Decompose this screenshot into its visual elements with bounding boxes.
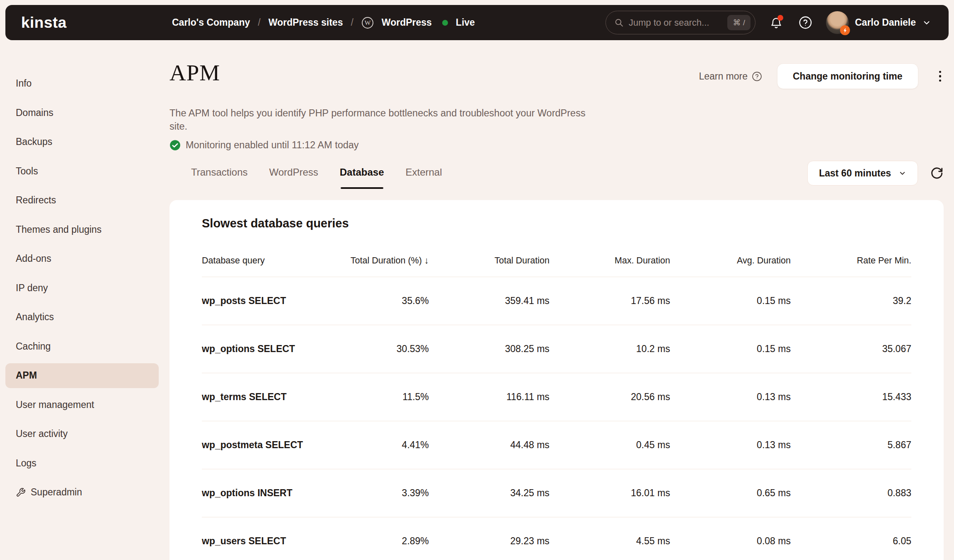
main-content: APM Learn more Change monitoring time Th…	[169, 40, 944, 560]
sidebar-item-backups[interactable]: Backups	[5, 130, 159, 154]
table-row[interactable]: wp_terms SELECT 11.5% 116.11 ms 20.56 ms…	[202, 373, 911, 421]
search-shortcut-chip: ⌘ /	[727, 15, 751, 30]
learn-more-link[interactable]: Learn more	[699, 71, 762, 82]
breadcrumb-site-name[interactable]: WordPress	[382, 17, 432, 28]
user-menu[interactable]: Carlo Daniele	[826, 11, 931, 34]
change-monitoring-time-button[interactable]: Change monitoring time	[777, 63, 918, 89]
search-input[interactable]	[629, 17, 722, 28]
breadcrumb-separator: /	[258, 17, 260, 28]
kinsta-dashboard: kinsta Carlo's Company / WordPress sites…	[0, 0, 954, 560]
column-avg-duration[interactable]: Avg. Duration	[670, 249, 791, 277]
lightning-icon	[843, 28, 848, 33]
column-database-query[interactable]: Database query	[202, 249, 329, 277]
breadcrumb: Carlo's Company / WordPress sites / W Wo…	[172, 17, 475, 29]
sidebar-item-themes-and-plugins[interactable]: Themes and plugins	[5, 217, 159, 242]
notifications-button[interactable]	[768, 14, 785, 31]
sidebar-item-user-management[interactable]: User management	[5, 392, 159, 417]
page-title: APM	[169, 60, 220, 86]
query-cell: wp_options SELECT	[202, 325, 329, 373]
breadcrumb-company[interactable]: Carlo's Company	[172, 17, 250, 28]
sort-desc-icon: ↓	[424, 255, 429, 266]
user-name: Carlo Daniele	[855, 17, 916, 28]
notification-dot	[777, 15, 783, 21]
sidebar-item-logs[interactable]: Logs	[5, 451, 159, 476]
sidebar-item-info[interactable]: Info	[5, 71, 159, 96]
sidebar-item-analytics[interactable]: Analytics	[5, 305, 159, 330]
refresh-icon	[930, 166, 944, 180]
help-button[interactable]	[797, 14, 814, 31]
tab-database[interactable]: Database	[340, 167, 384, 180]
breadcrumb-wordpress-sites[interactable]: WordPress sites	[269, 17, 343, 28]
sidebar: Info Domains Backups Tools Redirects The…	[0, 40, 160, 505]
query-cell: wp_posts SELECT	[202, 277, 329, 325]
sidebar-item-apm[interactable]: APM	[5, 363, 159, 388]
table-row[interactable]: wp_users SELECT 2.89% 29.23 ms 4.55 ms 0…	[202, 517, 911, 560]
search-icon	[614, 18, 624, 27]
tab-transactions[interactable]: Transactions	[191, 167, 248, 180]
query-cell: wp_postmeta SELECT	[202, 421, 329, 469]
column-total-duration[interactable]: Total Duration	[429, 249, 550, 277]
slowest-queries-card: Slowest database queries Database query …	[169, 200, 944, 560]
avatar-badge	[840, 25, 850, 35]
tabs: Transactions WordPress Database External…	[169, 167, 944, 180]
global-search[interactable]: ⌘ /	[605, 11, 755, 34]
wordpress-logo-icon: W	[361, 17, 374, 29]
query-cell: wp_users SELECT	[202, 517, 329, 560]
column-rate-per-min[interactable]: Rate Per Min.	[791, 249, 911, 277]
page-header-controls: Learn more Change monitoring time	[699, 63, 944, 89]
sidebar-item-domains[interactable]: Domains	[5, 100, 159, 125]
live-status-dot	[442, 20, 448, 26]
help-icon	[799, 16, 812, 29]
table-row[interactable]: wp_options INSERT 3.39% 34.25 ms 16.01 m…	[202, 469, 911, 517]
refresh-button[interactable]	[930, 166, 944, 180]
sidebar-item-tools[interactable]: Tools	[5, 159, 159, 183]
breadcrumb-separator: /	[351, 17, 353, 28]
top-navigation-bar: kinsta Carlo's Company / WordPress sites…	[5, 5, 949, 40]
chevron-down-icon	[898, 169, 906, 177]
tab-wordpress[interactable]: WordPress	[269, 167, 318, 180]
time-range-dropdown[interactable]: Last 60 minutes	[807, 161, 918, 186]
page-description: The APM tool helps you identify PHP perf…	[169, 106, 600, 133]
sidebar-item-redirects[interactable]: Redirects	[5, 188, 159, 213]
sidebar-item-caching[interactable]: Caching	[5, 334, 159, 359]
topbar-right-controls: ⌘ /	[605, 11, 931, 34]
kebab-menu-button[interactable]	[937, 68, 944, 84]
sidebar-item-superadmin[interactable]: Superadmin	[5, 480, 159, 505]
tab-external[interactable]: External	[406, 167, 442, 180]
table-header-row: Database query Total Duration (%)↓ Total…	[202, 249, 911, 277]
page-header: APM Learn more Change monitoring time	[169, 56, 944, 89]
card-title: Slowest database queries	[202, 217, 911, 230]
time-range-controls: Last 60 minutes	[807, 161, 944, 186]
column-max-duration[interactable]: Max. Duration	[550, 249, 670, 277]
column-total-duration-pct[interactable]: Total Duration (%)↓	[329, 249, 429, 277]
avatar	[826, 11, 849, 34]
svg-text:W: W	[364, 19, 370, 26]
table-row[interactable]: wp_postmeta SELECT 4.41% 44.48 ms 0.45 m…	[202, 421, 911, 469]
query-cell: wp_terms SELECT	[202, 373, 329, 421]
sidebar-item-user-activity[interactable]: User activity	[5, 422, 159, 447]
queries-table: Database query Total Duration (%)↓ Total…	[202, 249, 911, 560]
breadcrumb-environment[interactable]: Live	[456, 17, 475, 28]
chevron-down-icon	[922, 18, 931, 27]
monitoring-status: Monitoring enabled until 11:12 AM today	[169, 140, 944, 151]
monitoring-status-text: Monitoring enabled until 11:12 AM today	[186, 140, 359, 151]
check-circle-icon	[169, 140, 181, 151]
wrench-icon	[16, 488, 26, 497]
table-row[interactable]: wp_posts SELECT 35.6% 359.41 ms 17.56 ms…	[202, 277, 911, 325]
kinsta-logo[interactable]: kinsta	[21, 14, 67, 31]
sidebar-item-ip-deny[interactable]: IP deny	[5, 275, 159, 300]
help-circle-icon	[752, 71, 762, 82]
table-row[interactable]: wp_options SELECT 30.53% 308.25 ms 10.2 …	[202, 325, 911, 373]
sidebar-item-add-ons[interactable]: Add-ons	[5, 246, 159, 271]
query-cell: wp_options INSERT	[202, 469, 329, 517]
